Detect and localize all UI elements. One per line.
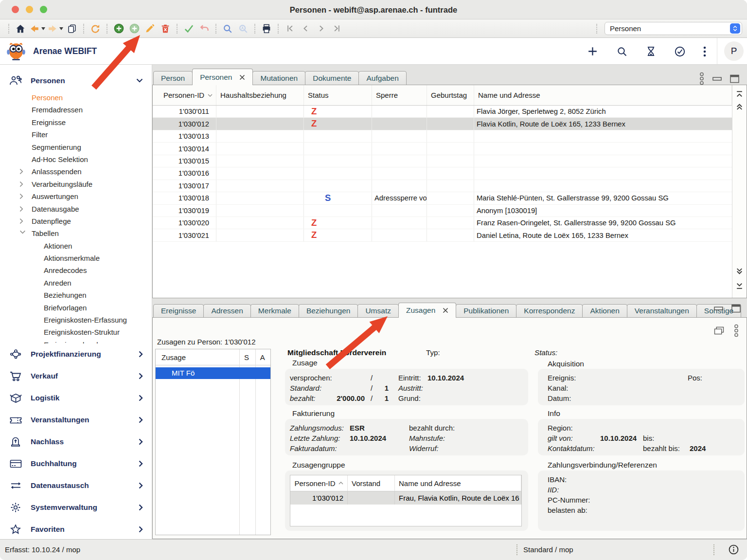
close-window-button[interactable]	[12, 6, 19, 13]
detail-tab-adressen[interactable]: Adressen	[203, 304, 250, 318]
chevron-right-icon[interactable]	[19, 193, 23, 199]
back-button[interactable]	[29, 21, 45, 36]
next-record-button[interactable]	[314, 21, 328, 36]
sidebar-section-logistik[interactable]: Logistik	[0, 387, 152, 409]
add-copy-button[interactable]	[127, 21, 141, 36]
add-button[interactable]	[587, 45, 599, 57]
column-header-name-und-adresse[interactable]: Name und Adresse	[474, 85, 732, 105]
previous-record-button[interactable]	[299, 21, 312, 36]
sidebar-section-projektfinanzierung[interactable]: Projektfinanzierung	[0, 343, 152, 365]
sidebar-item-briefvorlagen[interactable]: Briefvorlagen	[0, 302, 152, 314]
forward-button[interactable]	[47, 21, 63, 36]
table-row[interactable]: 1'030'014	[153, 143, 732, 155]
search-person-button[interactable]	[236, 21, 250, 36]
sidebar-item-aktionen[interactable]: Aktionen	[0, 240, 152, 252]
home-button[interactable]	[14, 21, 27, 36]
search-button[interactable]	[616, 46, 628, 57]
zoom-window-button[interactable]	[40, 6, 47, 13]
minimize-panel-button[interactable]	[714, 306, 723, 311]
mini-column-header-vorstand[interactable]: Vorstand	[348, 475, 395, 491]
menu-button[interactable]	[703, 46, 706, 57]
menu-panel-button[interactable]	[734, 324, 739, 337]
detail-tab-korrespondenz[interactable]: Korrespondenz	[516, 304, 583, 318]
sidebar-item-ereigniskosten-erfassung[interactable]: Ereigniskosten-Erfassung	[0, 314, 152, 326]
sidebar-item-fremdadressen[interactable]: Fremdadressen	[0, 104, 152, 116]
history-button[interactable]	[645, 46, 657, 57]
context-select[interactable]: Personen	[605, 22, 742, 35]
undo-button[interactable]	[197, 21, 211, 36]
chevron-right-icon[interactable]	[19, 181, 23, 187]
mini-table-row[interactable]: 1'030'012Frau, Flavia Kotlin, Route de L…	[290, 491, 521, 505]
detail-tab-aktionen[interactable]: Aktionen	[582, 304, 627, 318]
sidebar-item-segmentierung[interactable]: Segmentierung	[0, 141, 152, 153]
list-column-header-zusage[interactable]: Zusage	[156, 353, 239, 361]
sidebar-section-personen[interactable]: Personen	[0, 70, 152, 91]
sidebar-section-buchhaltung[interactable]: Buchhaltung	[0, 453, 152, 475]
chevron-down-icon[interactable]	[136, 78, 143, 83]
sidebar-item-anlassspenden[interactable]: Anlassspenden	[0, 165, 152, 178]
table-row[interactable]: 1'030'016	[153, 167, 732, 180]
table-row[interactable]: 1'030'017	[153, 180, 732, 192]
table-row[interactable]: 1'030'015	[153, 155, 732, 167]
chevron-right-icon[interactable]	[19, 206, 23, 212]
detail-tab-publikationen[interactable]: Publikationen	[456, 304, 516, 318]
detail-tab-beziehungen[interactable]: Beziehungen	[299, 304, 358, 318]
chevron-right-icon[interactable]	[139, 526, 143, 533]
table-row[interactable]: 1'030'011ZFlavia Jörger, Sperletweg 2, 8…	[153, 106, 732, 118]
sidebar-item-personen[interactable]: Personen	[0, 91, 152, 104]
info-icon[interactable]	[728, 544, 739, 555]
sidebar-section-favoriten[interactable]: Favoriten	[0, 519, 152, 539]
avatar[interactable]: P	[724, 41, 744, 61]
sidebar-item-anredecodes[interactable]: Anredecodes	[0, 264, 152, 276]
sidebar-item-aktionsmerkmale[interactable]: Aktionsmerkmale	[0, 252, 152, 264]
layout-panel-button[interactable]	[714, 326, 724, 335]
chevron-right-icon[interactable]	[139, 460, 143, 467]
table-row[interactable]: 1'030'012ZFlavia Kotlin, Route de Loëx 1…	[153, 118, 732, 130]
sidebar-section-nachlass[interactable]: Nachlass	[0, 431, 152, 453]
minimize-panel-button[interactable]	[712, 76, 722, 81]
table-row[interactable]: 1'030'018SAdresssperre voMaria Stehlé-Pü…	[153, 192, 732, 204]
confirm-button[interactable]	[182, 21, 196, 36]
page-up-button[interactable]	[735, 103, 744, 111]
table-row[interactable]: 1'030'019Anonym [1030019]	[153, 205, 732, 217]
sidebar-item-tabellen[interactable]: Tabellen	[0, 227, 152, 239]
windows-button[interactable]	[65, 21, 79, 36]
column-header-geburtstag[interactable]: Geburtstag	[427, 85, 474, 105]
sidebar-section-verkauf[interactable]: Verkauf	[0, 365, 152, 387]
chevron-right-icon[interactable]	[139, 482, 143, 489]
list-column-header-a[interactable]: A	[254, 353, 270, 361]
column-header-sperre[interactable]: Sperre	[372, 85, 427, 105]
chevron-right-icon[interactable]	[139, 351, 143, 358]
mini-column-header-personen-id[interactable]: Personen-ID	[290, 475, 348, 491]
sidebar-section-systemverwaltung[interactable]: Systemverwaltung	[0, 497, 152, 519]
table-row[interactable]: 1'030'020ZFranz Rasen-Oringelet, St. Gal…	[153, 217, 732, 229]
search-button[interactable]	[221, 21, 234, 36]
mini-column-header-name-und-adresse[interactable]: Name und Adresse	[395, 475, 521, 491]
last-record-button[interactable]	[330, 21, 343, 36]
scroll-bottom-button[interactable]	[735, 282, 744, 290]
zusage-list-row[interactable]: MIT Fö	[156, 367, 270, 379]
chevron-right-icon[interactable]	[139, 504, 143, 511]
delete-button[interactable]	[159, 21, 172, 36]
chevron-right-icon[interactable]	[19, 168, 23, 175]
sidebar-item-datenpflege[interactable]: Datenpflege	[0, 215, 152, 227]
detail-tab-merkmale[interactable]: Merkmale	[250, 304, 299, 318]
column-header-haushaltsbeziehung[interactable]: Haushaltsbeziehung	[216, 85, 304, 105]
chevron-right-icon[interactable]	[139, 438, 143, 445]
first-record-button[interactable]	[283, 21, 297, 36]
tasks-button[interactable]	[674, 46, 686, 57]
chevron-right-icon[interactable]	[139, 395, 143, 401]
chevron-right-icon[interactable]	[19, 218, 23, 224]
detail-tab-ereignisse[interactable]: Ereignisse	[153, 304, 204, 318]
sidebar-item-ereigniskosten-struktur[interactable]: Ereigniskosten-Struktur	[0, 326, 152, 338]
document-tab-aufgaben[interactable]: Aufgaben	[358, 71, 406, 85]
sidebar-item-ereignisse[interactable]: Ereignisse	[0, 116, 152, 128]
sidebar-item-verarbeitungsl-ufe[interactable]: Verarbeitungsläufe	[0, 178, 152, 190]
document-tab-dokumente[interactable]: Dokumente	[305, 71, 359, 85]
sidebar-item-filter[interactable]: Filter	[0, 128, 152, 141]
close-icon[interactable]	[443, 307, 448, 313]
column-header-personen-id[interactable]: Personen-ID	[153, 85, 216, 105]
column-header-status[interactable]: Status	[304, 85, 372, 105]
document-tab-personen[interactable]: Personen	[192, 69, 253, 85]
edit-button[interactable]	[143, 21, 157, 36]
